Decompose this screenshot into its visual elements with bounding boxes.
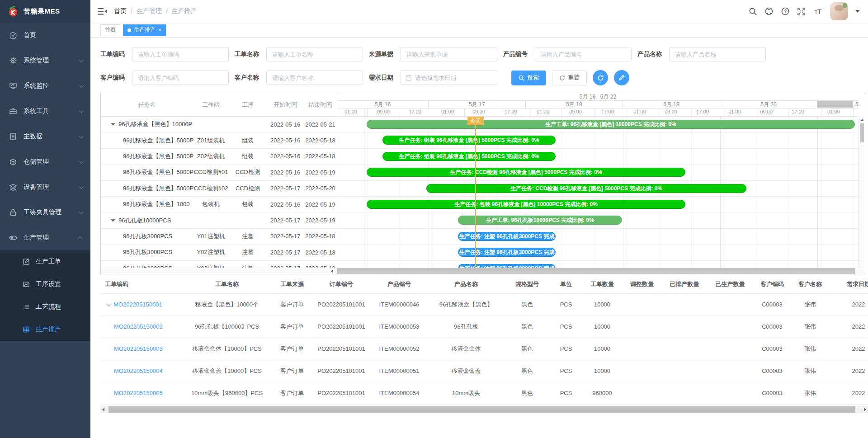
sidebar-item-label: 系统管理 xyxy=(24,57,49,65)
gantt-grid-row[interactable]: 96孔孔板10000PCS 2022-05-172022-05-19 xyxy=(101,212,337,228)
gantt-grid-row[interactable]: 96孔孔板3000PCS Y01注塑机注塑 2022-05-172022-05-… xyxy=(101,229,337,245)
sidebar-item-fixtures[interactable]: 工装夹具管理 xyxy=(0,200,90,225)
caret-down-icon[interactable] xyxy=(855,10,860,13)
scroll-left-icon[interactable] xyxy=(102,408,104,411)
sidebar-item-warehouse[interactable]: 仓储管理 xyxy=(0,149,90,174)
demand-date-input[interactable] xyxy=(415,75,492,81)
scrollbar-thumb[interactable] xyxy=(108,406,855,413)
sidebar: 苦糖果MES 首页 系统管理 系统监控 系统工具 主数据 仓储管理 xyxy=(0,0,90,438)
fullscreen-icon[interactable] xyxy=(797,7,806,16)
chevron-down-icon xyxy=(79,184,84,189)
collapse-icon[interactable] xyxy=(111,219,115,222)
chevron-down-icon xyxy=(79,58,84,62)
gantt-bar-work-order[interactable]: 生产工单: 96孔移液盒 [黑色] 10000PCS 完成比例: 0% xyxy=(367,120,855,129)
scroll-up-icon[interactable] xyxy=(860,119,864,121)
gantt-grid-row[interactable]: 96孔移液盒【黑色】5000P CCD检测#02CCD检测 2022-05-17… xyxy=(101,181,337,197)
product-name-input[interactable] xyxy=(669,47,766,61)
gantt-vertical-scrollbar[interactable] xyxy=(859,117,865,268)
today-marker-badge: 今天 xyxy=(467,117,484,125)
gantt-grid-row[interactable]: 96孔移液盒【黑色】5000P Z02组装机组装 2022-05-162022-… xyxy=(101,149,337,165)
work-order-link[interactable]: MO202205150002 xyxy=(114,323,163,330)
hamburger-icon[interactable] xyxy=(98,8,107,15)
sidebar-item-scheduling[interactable]: 生产排产 xyxy=(0,318,90,341)
col-task-name: 任务名 xyxy=(101,101,193,109)
gantt-horizontal-scrollbar[interactable] xyxy=(101,268,865,274)
scrollbar-thumb[interactable] xyxy=(337,268,855,274)
gantt-bar-task-selected[interactable]: 生产任务: 注塑 96孔孔板3000PCS 完成 xyxy=(458,248,556,257)
gantt-bar-work-order[interactable]: 生产工单: 96孔孔板10000PCS 完成比例: 0% xyxy=(458,216,622,225)
table-horizontal-scrollbar[interactable] xyxy=(100,406,868,413)
sidebar-item-system-monitor[interactable]: 系统监控 xyxy=(0,73,90,99)
sidebar-item-home[interactable]: 首页 xyxy=(0,23,90,48)
table-row[interactable]: MO202205150003 移液盒盒体【10000】PCS客户订单PO2022… xyxy=(100,338,868,360)
reset-button[interactable]: 重置 xyxy=(552,71,587,85)
work-order-link[interactable]: MO202205150004 xyxy=(114,367,163,374)
expand-row-icon[interactable] xyxy=(106,301,111,306)
sidebar-item-system-mgmt[interactable]: 系统管理 xyxy=(0,48,90,73)
timeline-scroll-block[interactable] xyxy=(817,101,853,108)
breadcrumb-home[interactable]: 首页 xyxy=(114,7,127,15)
sidebar-item-system-tools[interactable]: 系统工具 xyxy=(0,99,90,124)
work-order-name-input[interactable] xyxy=(266,47,363,61)
sidebar-item-master-data[interactable]: 主数据 xyxy=(0,124,90,149)
search-icon[interactable] xyxy=(749,7,757,16)
navbar-actions: ? TT xyxy=(749,2,868,20)
work-order-link[interactable]: MO202205150001 xyxy=(113,301,162,308)
work-order-link[interactable]: MO202205150003 xyxy=(114,345,163,352)
demand-date-picker[interactable] xyxy=(401,71,497,85)
sidebar-item-process-settings[interactable]: 工序设置 xyxy=(0,273,90,296)
edit-button[interactable] xyxy=(614,70,629,85)
breadcrumb-production[interactable]: 生产管理 xyxy=(137,7,162,15)
table-row[interactable]: MO202205150001 移液盒【黑色】10000个客户订单PO202205… xyxy=(100,293,868,316)
tab-scheduling[interactable]: 生产排产 × xyxy=(123,24,166,36)
gantt-bar-task[interactable]: 生产任务: 组装 96孔移液盒 [黑色] 5000PCS 完成比例: 0% xyxy=(382,136,556,145)
source-doc-input[interactable] xyxy=(401,47,497,61)
table-row[interactable]: MO202205150005 10mm吸头【960000】PCS客户订单PO20… xyxy=(100,382,868,404)
gantt-bar-task[interactable]: 生产任务: 包装 96孔移液盒 [黑色] 10000PCS 完成比例: 0% xyxy=(367,200,685,209)
col-unit: 单位 xyxy=(550,275,582,293)
refresh-button[interactable] xyxy=(593,70,608,85)
tab-home[interactable]: 首页 xyxy=(100,24,120,36)
github-icon[interactable] xyxy=(764,7,774,16)
font-size-icon[interactable]: TT xyxy=(813,7,823,15)
field-label: 来源单据 xyxy=(369,50,396,58)
filter-group-product-name: 产品名称 xyxy=(637,47,766,61)
gantt-grid-row[interactable]: 96孔移液盒【黑色】1000 包装机包装 2022-05-162022-05-1… xyxy=(101,197,337,212)
close-icon[interactable]: × xyxy=(158,28,161,33)
gantt-grid-row[interactable]: 96孔移液盒【黑色】5000P CCD检测#01CCD检测 2022-05-16… xyxy=(101,165,337,180)
col-end-time: 结束时间 xyxy=(304,101,337,109)
product-code-input[interactable] xyxy=(535,47,632,61)
customer-name-input[interactable] xyxy=(266,71,363,85)
chevron-down-icon xyxy=(79,83,84,88)
gantt-bar-task[interactable]: 生产任务: CCD检测 96孔移液盒 [黑色] 5000PCS 完成比例: 0% xyxy=(426,184,746,193)
gantt-bar-task[interactable]: 生产任务: 组装 96孔移液盒 [黑色] 5000PCS 完成比例: 0% xyxy=(382,152,556,161)
table-row[interactable]: MO202205150004 移液盒盒盖【10000】PCS客户订单PO2022… xyxy=(100,360,868,382)
customer-code-input[interactable] xyxy=(132,71,229,85)
gantt-bar-task[interactable]: 生产任务: CCD检测 96孔移液盒 [黑色] 5000PCS 完成比例: 0% xyxy=(367,168,685,177)
sidebar-item-process-flow[interactable]: 工艺流程 xyxy=(0,296,90,318)
help-icon[interactable]: ? xyxy=(781,7,790,16)
sidebar-item-work-order[interactable]: 生产工单 xyxy=(0,250,90,273)
sidebar-item-equipment[interactable]: 设备管理 xyxy=(0,174,90,200)
avatar[interactable] xyxy=(830,2,848,20)
scroll-left-icon[interactable] xyxy=(331,269,333,273)
breadcrumb-scheduling[interactable]: 生产排产 xyxy=(172,7,197,15)
tab-label: 首页 xyxy=(105,26,116,34)
gantt-grid-row[interactable]: 96孔移液盒【黑色】5000P Z01组装机组装 2022-05-162022-… xyxy=(101,132,337,148)
work-order-link[interactable]: MO202205150005 xyxy=(114,390,163,396)
gantt-grid-row[interactable]: 96孔孔板3000PCS Y02注塑机注塑 2022-05-172022-05-… xyxy=(101,245,337,260)
breadcrumb: 首页 / 生产管理 / 生产排产 xyxy=(114,7,197,15)
search-button[interactable]: 搜索 xyxy=(511,71,546,85)
scroll-right-icon[interactable] xyxy=(864,408,866,411)
collapse-icon[interactable] xyxy=(111,123,115,126)
sidebar-item-production[interactable]: 生产管理 xyxy=(0,225,90,250)
col-workstation: 工作站 xyxy=(193,101,229,109)
gantt-grid-row[interactable]: 96孔移液盒【黑色】10000P 2022-05-162022-05-21 xyxy=(101,117,337,132)
gantt-panel: 任务名 工作站 工序 开始时间 结束时间 96孔移液盒【黑色】10000P 20… xyxy=(100,93,865,274)
table-row[interactable]: MO202205150002 96孔孔板【10000】PCS客户订单PO2022… xyxy=(100,316,868,338)
work-order-code-input[interactable] xyxy=(132,47,229,61)
gantt-bar-task-selected[interactable]: 生产任务: 注塑 96孔孔板3000PCS 完成 xyxy=(458,232,556,241)
col-customer-code: 客户编码 xyxy=(753,275,791,293)
sidebar-item-label: 设备管理 xyxy=(24,183,49,191)
scrollbar-thumb[interactable] xyxy=(860,123,864,142)
